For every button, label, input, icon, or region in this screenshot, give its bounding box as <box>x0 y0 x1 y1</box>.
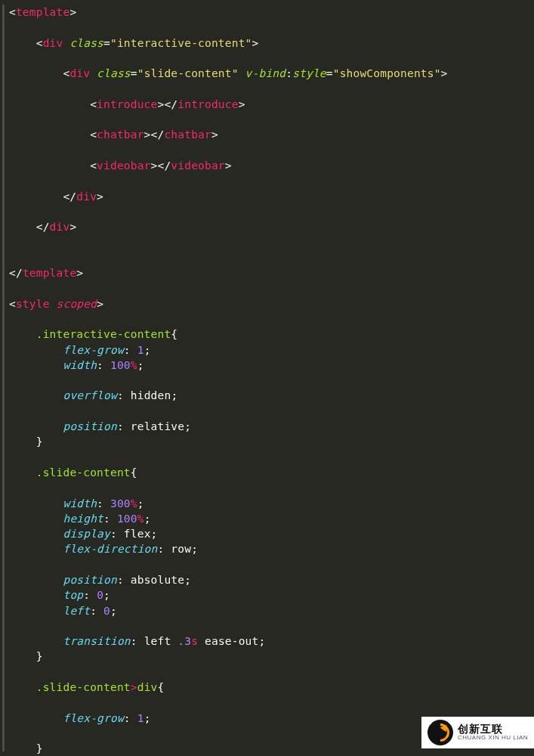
code-line: } <box>9 434 532 449</box>
code-line <box>9 665 532 680</box>
code-line <box>9 695 532 710</box>
watermark-logo-icon <box>428 720 453 745</box>
code-line <box>9 450 532 465</box>
code-line <box>9 373 532 388</box>
code-line <box>9 280 532 296</box>
code-line: left: 0; <box>9 603 532 618</box>
code-line <box>9 234 532 249</box>
code-line: transition: left .3s ease-out; <box>9 634 532 649</box>
code-line <box>9 173 532 188</box>
code-line <box>9 404 532 419</box>
code-line <box>9 311 532 327</box>
code-line: } <box>9 649 532 664</box>
code-line: <div class="interactive-content"> <box>9 36 532 51</box>
code-line <box>9 250 532 265</box>
code-line: position: relative; <box>9 419 532 434</box>
code-line <box>9 112 532 127</box>
code-line: </div> <box>9 189 532 204</box>
code-line: .slide-content>div{ <box>9 680 532 695</box>
code-line: top: 0; <box>9 587 532 603</box>
code-line <box>9 51 532 66</box>
code-line: flex-grow: 1; <box>9 342 532 358</box>
code-line <box>9 618 532 634</box>
code-editor-content: <template> <div class="interactive-conte… <box>0 0 534 756</box>
code-line <box>9 557 532 572</box>
code-line: <introduce></introduce> <box>9 97 532 112</box>
code-line: <div class="slide-content" v-bind:style=… <box>9 66 532 81</box>
code-line: width: 300%; <box>9 496 532 511</box>
watermark-text-main: 创新互联 <box>458 723 528 735</box>
watermark: 创新互联 CHUANG XIN HU LIAN <box>421 717 534 748</box>
code-line: </template> <box>9 265 532 280</box>
code-line: position: absolute; <box>9 572 532 587</box>
code-line: .interactive-content{ <box>9 327 532 342</box>
code-line: flex-direction: row; <box>9 541 532 556</box>
fold-guide <box>2 5 5 751</box>
code-line: width: 100%; <box>9 358 532 373</box>
code-line <box>9 20 532 35</box>
code-line: <chatbar></chatbar> <box>9 127 532 142</box>
code-line <box>9 81 532 96</box>
code-line: .slide-content{ <box>9 465 532 480</box>
code-line: overflow: hidden; <box>9 388 532 403</box>
code-line <box>9 204 532 219</box>
code-line: <videobar></videobar> <box>9 158 532 173</box>
code-line: display: flex; <box>9 526 532 541</box>
code-line: height: 100%; <box>9 511 532 526</box>
code-line <box>9 480 532 495</box>
watermark-text-sub: CHUANG XIN HU LIAN <box>458 735 528 742</box>
code-line: </div> <box>9 219 532 234</box>
code-line <box>9 143 532 158</box>
code-line: <template> <box>9 5 532 20</box>
code-line: <style scoped> <box>9 296 532 311</box>
